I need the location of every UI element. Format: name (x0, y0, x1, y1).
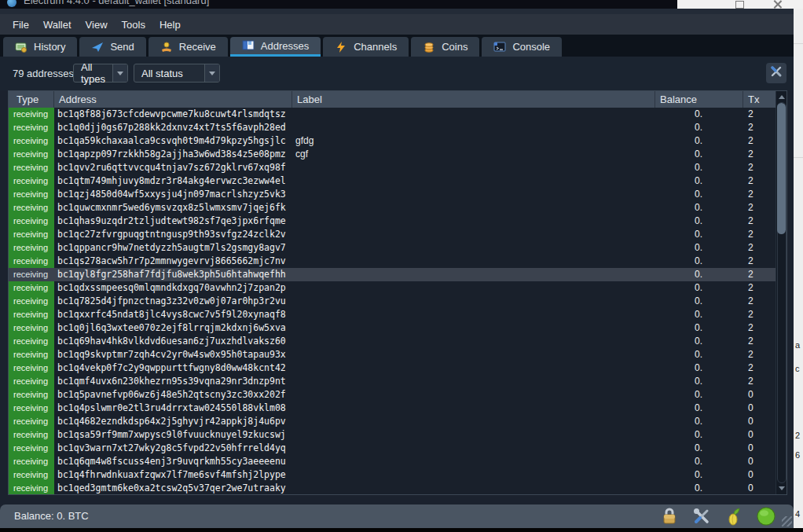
type-badge: receiving (9, 415, 54, 428)
balance-cell: 0. (655, 415, 743, 428)
balance-cell: 0. (655, 455, 743, 468)
balance-cell: 0. (655, 174, 743, 188)
status-filter-value: All status (134, 64, 204, 82)
tools-icon[interactable] (691, 506, 712, 526)
window-titlebar[interactable]: Electrum 4.4.0 - default_wallet [standar… (0, 0, 677, 9)
address-row[interactable]: receiving bc1qvv2ru6qttvvcqu4tnjav7sz672… (9, 161, 776, 174)
address-cell: bc1qa59kchaxaalca9csvqh0t9m4d79kpzy5hgsj… (54, 134, 292, 148)
tab-addresses[interactable]: Addresses (230, 37, 321, 57)
address-row[interactable]: receiving bc1qxxrfc45ndat8jlc4vys8cwc7v5… (9, 308, 776, 321)
address-row[interactable]: receiving bc1qed3gmtm6ke0xa2tcsw2q5v37qe… (9, 482, 776, 495)
network-status-icon[interactable] (756, 506, 776, 526)
vertical-scrollbar[interactable] (776, 91, 786, 494)
type-badge: receiving (9, 201, 54, 215)
tab-console[interactable]: Console (482, 37, 562, 57)
column-header-address[interactable]: Address (54, 91, 292, 108)
type-badge: receiving (9, 428, 54, 442)
menu-wallet[interactable]: Wallet (36, 19, 79, 31)
address-row[interactable]: receiving bc1q7825d4jfpnzctnag3z32v0zw0j… (9, 295, 776, 308)
label-cell (292, 188, 655, 201)
column-header-type[interactable]: Type (9, 91, 54, 108)
menu-view[interactable]: View (79, 19, 115, 31)
address-row[interactable]: receiving bc1qhas9uzqdr2tzljudtewt982sf7… (9, 215, 776, 228)
label-cell (292, 428, 655, 442)
column-header-tx[interactable]: Tx (743, 91, 776, 108)
tab-coins[interactable]: Coins (411, 37, 479, 57)
address-row[interactable]: receiving bc1q69hav4hk8vlkdvd6uesan6zj7u… (9, 335, 776, 348)
address-row[interactable]: receiving bc1qtm749mhjuvy8mdzr3r84akg4er… (9, 174, 776, 188)
address-cell: bc1qxxrfc45ndat8jlc4vys8cwc7v5f9l20xynaq… (54, 308, 292, 321)
address-row[interactable]: receiving bc1qa59kchaxaalca9csvqh0t9m4d7… (9, 134, 776, 148)
address-row[interactable]: receiving bc1qsa59rf9mm7xwpysc9l0fvuuckn… (9, 428, 776, 442)
address-cell: bc1qc27zfvrgpuqgtntngusp9th93svfgz24zclk… (54, 228, 292, 241)
type-badge: receiving (9, 188, 54, 201)
seed-icon[interactable] (724, 506, 744, 526)
balance-cell: 0. (655, 201, 743, 215)
label-cell (292, 174, 655, 188)
lock-icon[interactable] (659, 506, 680, 526)
address-row[interactable]: receiving bc1q8f88j673cfcdewvpcwme7ku8cu… (9, 108, 776, 121)
electrum-logo-icon (7, 0, 16, 7)
type-badge: receiving (9, 281, 54, 295)
address-row[interactable]: receiving bc1q6qm4w8fscuss4enj3r9uvqrkmh… (9, 455, 776, 468)
tab-label: History (34, 41, 65, 53)
address-row[interactable]: receiving bc1qyl8fgr258haf7fdjfu8wek3ph5… (9, 268, 776, 281)
tx-count-cell: 2 (743, 174, 776, 188)
column-header-label[interactable]: Label (292, 91, 655, 108)
balance-cell: 0. (655, 388, 743, 402)
address-toolbar: 79 addresses All types All status (0, 57, 794, 90)
address-row[interactable]: receiving bc1qzj4850d04wf5xxysju4jn097ma… (9, 188, 776, 201)
address-row[interactable]: receiving bc1qapzp097rzkkh58g2ajjha3w6wd… (9, 148, 776, 161)
window-top-border (0, 9, 794, 14)
tab-channels[interactable]: Channels (323, 37, 409, 57)
type-filter-dropdown[interactable]: All types (73, 64, 128, 83)
address-row[interactable]: receiving bc1qv3warn7xt27wky2g8c5fvpd22v… (9, 442, 776, 455)
balance-cell: 0. (655, 228, 743, 241)
tx-count-cell: 2 (743, 348, 776, 361)
balance-cell: 0. (655, 215, 743, 228)
tab-receive[interactable]: Receive (148, 37, 228, 57)
type-badge: receiving (9, 241, 54, 255)
address-row[interactable]: receiving bc1qq9skvptmr7zqh4cv2yr0w4sw0x… (9, 348, 776, 361)
address-row[interactable]: receiving bc1q0jl6q3wxtee070z2ejf8lrrqjm… (9, 321, 776, 335)
close-icon[interactable] (773, 0, 782, 9)
type-filter-value: All types (74, 64, 112, 82)
address-row[interactable]: receiving bc1q5pavnefvp06wz6j48e5h2qtscn… (9, 388, 776, 402)
address-cell: bc1q6qm4w8fscuss4enj3r9uvqrkmh55cy3aeeee… (54, 455, 292, 468)
tab-label: Addresses (261, 40, 309, 52)
address-cell: bc1q4pslwmr0e2tl3ru4drrxtaw024550l88vklm… (54, 402, 292, 415)
menu-tools[interactable]: Tools (115, 19, 152, 31)
address-row[interactable]: receiving bc1q4682ezndkdsp64x2j5ghyvjr42… (9, 415, 776, 428)
address-row[interactable]: receiving bc1qc27zfvrgpuqgtntngusp9th93s… (9, 228, 776, 241)
wallet-balance: Balance: 0. BTC (14, 510, 89, 522)
label-cell (292, 442, 655, 455)
maximize-icon[interactable] (735, 1, 744, 9)
toolbar-settings-button[interactable] (766, 63, 786, 83)
address-row[interactable]: receiving bc1q4pslwmr0e2tl3ru4drrxtaw024… (9, 402, 776, 415)
tx-count-cell: 0 (743, 388, 776, 402)
column-header-balance[interactable]: Balance (655, 91, 743, 108)
resize-grip[interactable] (782, 516, 792, 526)
label-cell: cgf (292, 148, 655, 161)
address-row[interactable]: receiving bc1qdxssmpeesq0mlqmndkdxgq70av… (9, 281, 776, 295)
address-row[interactable]: receiving bc1q4vekp0f7c2y9qwppurttfwgny8… (9, 361, 776, 375)
background-text-fragment: 6 (795, 450, 800, 460)
address-row[interactable]: receiving bc1qmf4uvx6n230khezrn95s39vqna… (9, 375, 776, 388)
scroll-down-icon[interactable] (776, 483, 786, 493)
address-row[interactable]: receiving bc1qppancr9hw7netdyzzh5augtm7l… (9, 241, 776, 255)
address-row[interactable]: receiving bc1qs278acw5h7r7p2mmnwygevrvj8… (9, 255, 776, 268)
address-cell: bc1q69hav4hk8vlkdvd6uesan6zj7uxzhdlvaksz… (54, 335, 292, 348)
menu-help[interactable]: Help (152, 19, 188, 31)
scrollbar-thumb[interactable] (777, 103, 786, 234)
scroll-up-icon[interactable] (776, 92, 786, 102)
address-row[interactable]: receiving bc1q0djj0gs67p288kk2dxnvz4xt7t… (9, 121, 776, 134)
label-cell (292, 161, 655, 174)
tab-send[interactable]: Send (79, 37, 145, 57)
tab-history[interactable]: History (3, 37, 77, 57)
address-row[interactable]: receiving bc1q4fhrwdnkuaxfzqwx7lf7me6svf… (9, 468, 776, 482)
address-row[interactable]: receiving bc1quwcmxnmr5wed6ymsvzqx8z5lwm… (9, 201, 776, 215)
menu-file[interactable]: File (6, 19, 36, 31)
tx-count-cell: 0 (743, 402, 776, 415)
tx-count-cell: 2 (743, 295, 776, 308)
status-filter-dropdown[interactable]: All status (134, 64, 220, 83)
